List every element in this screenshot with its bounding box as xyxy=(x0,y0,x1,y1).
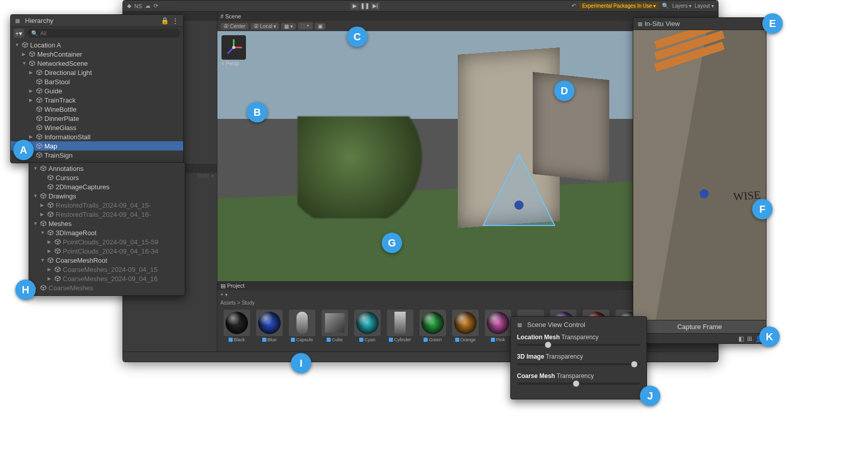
expand-arrow-icon[interactable]: ▼ xyxy=(40,230,45,235)
project-breadcrumb[interactable]: Assets > Study xyxy=(220,300,255,306)
hierarchy-item[interactable]: ▶CoarseMeshes xyxy=(29,283,185,292)
hierarchy-item[interactable]: ▶RestoredTrails_2024-09_04_16- xyxy=(29,210,185,219)
pause-button[interactable]: ❚❚ xyxy=(360,3,369,10)
hierarchy-item[interactable]: ▼CoarseMeshRoot xyxy=(29,256,185,265)
hierarchy-item[interactable]: ▶Directional Light xyxy=(11,68,183,77)
expand-arrow-icon[interactable]: ▶ xyxy=(47,248,53,254)
slider-knob[interactable] xyxy=(573,381,579,387)
asset-item[interactable]: Blue xyxy=(255,310,284,342)
projection-label[interactable]: < Persp xyxy=(221,61,239,66)
scene-view-control-title[interactable]: ≣ Scene View Control xyxy=(517,321,640,329)
lock-icon[interactable]: 🔒 xyxy=(161,17,169,24)
create-button[interactable]: +▾ xyxy=(14,29,24,38)
footer-icon-1[interactable]: ◧ xyxy=(738,335,744,342)
footer-icon-2[interactable]: ⊞ xyxy=(747,335,752,342)
expand-arrow-icon[interactable]: ▼ xyxy=(33,166,38,171)
asset-item[interactable]: Green xyxy=(418,310,447,342)
expand-arrow-icon[interactable]: ▶ xyxy=(40,212,45,217)
expand-arrow-icon[interactable]: ▶ xyxy=(29,88,34,93)
asset-item[interactable]: Cylinder xyxy=(386,310,414,342)
camera-frustum-gizmo xyxy=(468,144,570,231)
hierarchy-item[interactable]: WineBottle xyxy=(11,105,183,114)
asset-item[interactable]: Capsule xyxy=(288,310,316,342)
expand-arrow-icon[interactable]: ▶ xyxy=(22,52,27,57)
hierarchy-item[interactable]: ▶Map xyxy=(11,141,183,150)
hierarchy-item[interactable]: ▶TrainTrack xyxy=(11,95,183,105)
slider-label: Coarse Mesh Transparency xyxy=(517,372,640,380)
prefab-icon xyxy=(327,338,331,342)
asset-item[interactable]: Orange xyxy=(451,310,480,342)
hierarchy-item[interactable]: BarStool xyxy=(11,77,183,86)
project-add-button[interactable]: + ▾ xyxy=(220,292,228,297)
snap-toggle[interactable]: ⸬ ▾ xyxy=(298,22,313,30)
search-icon[interactable]: 🔍 xyxy=(662,3,669,9)
play-button[interactable]: ▶ xyxy=(350,3,359,10)
project-tab[interactable]: ▤ Project xyxy=(220,283,244,289)
slider-track[interactable] xyxy=(517,363,640,365)
expand-arrow-icon[interactable]: ▶ xyxy=(29,70,34,75)
capture-frame-button[interactable]: Capture Frame xyxy=(633,320,766,333)
hierarchy-item[interactable]: ▶RestoredTrails_2024-09_04_15- xyxy=(29,200,185,210)
expand-arrow-icon[interactable]: ▼ xyxy=(15,42,20,47)
space-local-toggle[interactable]: ⦿ Local ▾ xyxy=(251,23,279,30)
expand-arrow-icon[interactable]: ▼ xyxy=(40,258,45,263)
expand-arrow-icon[interactable]: ▶ xyxy=(29,97,34,103)
hierarchy-item[interactable]: ▶MeshContainer xyxy=(11,49,183,59)
hierarchy-item[interactable]: ▶PointClouds_2024-09_04_15-59 xyxy=(29,237,185,246)
scene-tab[interactable]: # Scene xyxy=(220,13,241,19)
asset-item[interactable]: Cube xyxy=(320,310,349,342)
asset-item[interactable]: Pink xyxy=(484,310,512,342)
hierarchy-item[interactable]: ▶TrainSign xyxy=(11,150,183,160)
hierarchy-title-bar[interactable]: ≣ Hierarchy 🔒 ⋮ xyxy=(11,15,183,27)
orientation-gizmo[interactable] xyxy=(221,35,246,60)
slider-track[interactable] xyxy=(517,383,640,385)
hierarchy-item-label: WineBottle xyxy=(44,106,77,113)
kebab-icon[interactable]: ⋮ xyxy=(172,17,179,24)
hierarchy-item[interactable]: ▶CoarseMeshes_2024-09_04_15 xyxy=(29,265,185,274)
hierarchy-item[interactable]: ▶CoarseMeshes_2024-09_04_16 xyxy=(29,274,185,283)
expand-arrow-icon[interactable]: ▶ xyxy=(47,276,53,281)
expand-arrow-icon[interactable]: ▶ xyxy=(47,239,53,244)
slider-knob[interactable] xyxy=(631,361,637,367)
hierarchy-item[interactable]: ▼Annotations xyxy=(29,164,185,173)
expand-arrow-icon[interactable]: ▶ xyxy=(40,203,45,208)
in-situ-viewport[interactable]: WISE xyxy=(633,30,766,320)
experimental-packages-badge[interactable]: Experimental Packages In Use ▾ xyxy=(579,3,659,9)
annotation-badge-G: G xyxy=(382,233,402,253)
hierarchy-item[interactable]: ▼NetworkedScene xyxy=(11,59,183,68)
hierarchy-item[interactable]: DinnerPlate xyxy=(11,114,183,123)
hierarchy-search[interactable]: 🔍 All xyxy=(27,29,180,38)
gameobject-icon xyxy=(40,165,46,171)
expand-arrow-icon[interactable]: ▼ xyxy=(33,221,38,226)
prefab-icon xyxy=(491,338,495,342)
hierarchy-item[interactable]: ▶PointClouds_2024-09_04_16-34 xyxy=(29,246,185,256)
hierarchy-item[interactable]: Cursors xyxy=(29,173,185,182)
slider-track[interactable] xyxy=(517,344,640,346)
asset-item[interactable]: Cyan xyxy=(353,310,382,342)
gizmo-toggle[interactable]: ▣ xyxy=(315,23,326,30)
slider-knob[interactable] xyxy=(545,342,551,348)
expand-arrow-icon[interactable]: ▶ xyxy=(29,134,34,139)
hierarchy-item[interactable]: ▼3DImageRoot xyxy=(29,228,185,237)
layout-dropdown[interactable]: Layout ▾ xyxy=(695,3,714,9)
hierarchy-item[interactable]: WineGlass xyxy=(11,123,183,132)
step-button[interactable]: ▶| xyxy=(370,3,380,10)
hierarchy-item[interactable]: ▼Meshes xyxy=(29,219,185,228)
expand-arrow-icon[interactable]: ▼ xyxy=(22,61,27,66)
undo-history-icon[interactable]: ↶ xyxy=(572,3,576,9)
grid-toggle[interactable]: ▦ ▾ xyxy=(281,23,296,30)
in-situ-title-bar[interactable]: ≣ In-Situ View xyxy=(633,18,766,30)
asset-item[interactable]: Black xyxy=(222,310,251,342)
cloud-icon[interactable]: ☁ xyxy=(145,3,151,9)
expand-arrow-icon[interactable]: ▶ xyxy=(47,267,53,272)
hierarchy-item[interactable]: ▶InformationStall xyxy=(11,132,183,141)
hierarchy-item-label: PointClouds_2024-09_04_15-59 xyxy=(63,238,158,246)
sync-icon[interactable]: ⟳ xyxy=(154,3,158,9)
hierarchy-item[interactable]: ▼Location A xyxy=(11,40,183,49)
pivot-center-toggle[interactable]: ⦿ Center xyxy=(220,23,249,30)
layers-dropdown[interactable]: Layers ▾ xyxy=(672,3,691,9)
hierarchy-item[interactable]: ▼Drawings xyxy=(29,191,185,200)
expand-arrow-icon[interactable]: ▼ xyxy=(33,193,38,198)
hierarchy-item[interactable]: 2DImageCaptures xyxy=(29,182,185,191)
hierarchy-item[interactable]: ▶Guide xyxy=(11,86,183,95)
